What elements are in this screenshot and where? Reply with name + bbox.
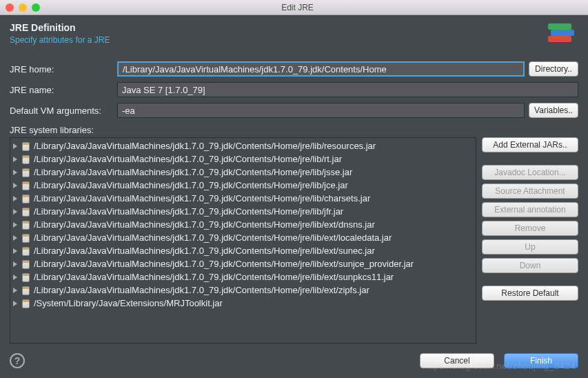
libraries-label: JRE system libraries: (10, 125, 578, 135)
down-button[interactable]: Down (482, 258, 578, 273)
chevron-right-icon[interactable] (13, 170, 17, 175)
library-buttons: Add External JARs.. Javadoc Location... … (482, 137, 578, 344)
chevron-right-icon[interactable] (13, 157, 17, 162)
libraries-list[interactable]: /Library/Java/JavaVirtualMachines/jdk1.7… (10, 137, 476, 344)
svg-rect-0 (548, 36, 571, 42)
library-icon (545, 22, 578, 50)
jre-home-input[interactable] (117, 61, 525, 77)
jre-name-label: JRE name: (10, 85, 117, 95)
jar-icon (20, 207, 31, 217)
finish-button[interactable]: Finish (504, 353, 578, 368)
titlebar: Edit JRE (0, 0, 588, 15)
jar-icon (20, 168, 31, 177)
list-item-label: /Library/Java/JavaVirtualMachines/jdk1.7… (34, 153, 342, 165)
chevron-right-icon[interactable] (13, 235, 17, 241)
directory-button[interactable]: Directory.. (529, 61, 578, 77)
chevron-right-icon[interactable] (13, 209, 17, 215)
list-item-label: /System/Library/Java/Extensions/MRJToolk… (34, 297, 223, 309)
list-item[interactable]: /Library/Java/JavaVirtualMachines/jdk1.7… (10, 166, 476, 179)
up-button[interactable]: Up (482, 239, 578, 255)
jar-icon (20, 286, 31, 295)
list-item-label: /Library/Java/JavaVirtualMachines/jdk1.7… (34, 258, 414, 270)
chevron-right-icon[interactable] (13, 261, 17, 267)
list-item-label: /Library/Java/JavaVirtualMachines/jdk1.7… (34, 245, 375, 257)
list-item[interactable]: /Library/Java/JavaVirtualMachines/jdk1.7… (10, 231, 476, 244)
remove-button[interactable]: Remove (482, 221, 578, 236)
list-item-label: /Library/Java/JavaVirtualMachines/jdk1.7… (34, 271, 394, 283)
list-item-label: /Library/Java/JavaVirtualMachines/jdk1.7… (34, 219, 375, 230)
dialog-footer: ? Cancel Finish (0, 346, 588, 378)
add-external-jars-button[interactable]: Add External JARs.. (482, 137, 578, 152)
jar-icon (20, 194, 31, 203)
chevron-right-icon[interactable] (13, 301, 17, 306)
list-item[interactable]: /Library/Java/JavaVirtualMachines/jdk1.7… (10, 270, 476, 284)
jar-icon (20, 155, 31, 164)
help-icon[interactable]: ? (10, 353, 25, 368)
list-item[interactable]: /Library/Java/JavaVirtualMachines/jdk1.7… (10, 179, 476, 192)
jar-icon (20, 246, 31, 256)
chevron-right-icon[interactable] (13, 288, 17, 293)
window-title: Edit JRE (12, 3, 582, 12)
list-item[interactable]: /System/Library/Java/Extensions/MRJToolk… (10, 297, 476, 310)
chevron-right-icon[interactable] (13, 143, 17, 149)
jre-home-label: JRE home: (10, 64, 117, 74)
chevron-right-icon[interactable] (13, 196, 17, 201)
list-item[interactable]: /Library/Java/JavaVirtualMachines/jdk1.7… (10, 205, 476, 218)
list-item-label: /Library/Java/JavaVirtualMachines/jdk1.7… (34, 166, 352, 178)
svg-rect-2 (548, 23, 571, 30)
variables-button[interactable]: Variables.. (529, 103, 578, 118)
source-attachment-button[interactable]: Source Attachment (482, 183, 578, 199)
dialog-header: JRE Definition Specify attributes for a … (0, 15, 588, 56)
list-item[interactable]: /Library/Java/JavaVirtualMachines/jdk1.7… (10, 218, 476, 231)
jar-icon (20, 141, 31, 151)
header-title: JRE Definition (10, 22, 110, 33)
chevron-right-icon[interactable] (13, 275, 17, 280)
javadoc-location-button[interactable]: Javadoc Location... (482, 165, 578, 180)
restore-default-button[interactable]: Restore Default (482, 286, 578, 301)
list-item[interactable]: /Library/Java/JavaVirtualMachines/jdk1.7… (10, 257, 476, 270)
list-item-label: /Library/Java/JavaVirtualMachines/jdk1.7… (34, 206, 343, 217)
list-item-label: /Library/Java/JavaVirtualMachines/jdk1.7… (34, 232, 392, 243)
list-item[interactable]: /Library/Java/JavaVirtualMachines/jdk1.7… (10, 192, 476, 205)
list-item[interactable]: /Library/Java/JavaVirtualMachines/jdk1.7… (10, 284, 476, 297)
list-item[interactable]: /Library/Java/JavaVirtualMachines/jdk1.7… (10, 139, 476, 152)
jar-icon (20, 272, 31, 282)
list-item-label: /Library/Java/JavaVirtualMachines/jdk1.7… (34, 179, 348, 191)
jar-icon (20, 299, 31, 308)
chevron-right-icon[interactable] (13, 248, 17, 254)
vm-args-label: Default VM arguments: (10, 106, 117, 116)
list-item[interactable]: /Library/Java/JavaVirtualMachines/jdk1.7… (10, 152, 476, 166)
content-area: JRE home: Directory.. JRE name: Default … (0, 56, 588, 346)
jar-icon (20, 259, 31, 269)
header-subtitle: Specify attributes for a JRE (10, 35, 110, 45)
list-item-label: /Library/Java/JavaVirtualMachines/jdk1.7… (34, 284, 369, 296)
chevron-right-icon[interactable] (13, 183, 17, 188)
svg-rect-1 (551, 30, 574, 36)
jar-icon (20, 220, 31, 230)
list-item[interactable]: /Library/Java/JavaVirtualMachines/jdk1.7… (10, 244, 476, 257)
list-item-label: /Library/Java/JavaVirtualMachines/jdk1.7… (34, 140, 376, 152)
chevron-right-icon[interactable] (13, 222, 17, 228)
jar-icon (20, 181, 31, 190)
external-annotation-button[interactable]: External annotation (482, 202, 578, 217)
vm-args-input[interactable] (117, 103, 525, 118)
jar-icon (20, 233, 31, 243)
list-item-label: /Library/Java/JavaVirtualMachines/jdk1.7… (34, 192, 370, 204)
jre-name-input[interactable] (117, 82, 578, 97)
cancel-button[interactable]: Cancel (420, 353, 494, 368)
